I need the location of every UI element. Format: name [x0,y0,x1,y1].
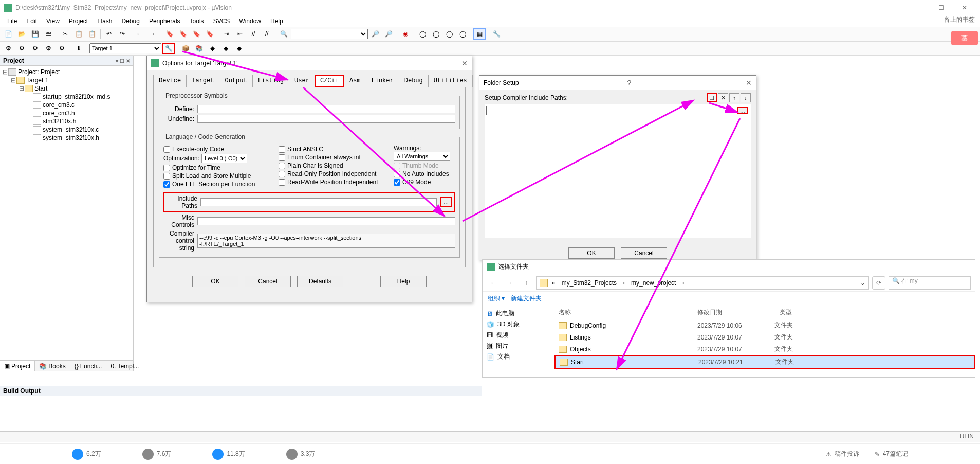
stop-build-icon[interactable]: ⚙ [56,43,68,54]
redo-icon[interactable]: ↷ [116,28,128,40]
breakpoint-insert-icon[interactable]: ◯ [416,28,429,40]
menu-file[interactable]: File [3,16,21,26]
indent-icon[interactable]: ⇥ [220,28,233,40]
warnings-select[interactable]: All Warnings [394,152,450,161]
like-button[interactable]: 6.2万 [72,449,101,460]
save-all-icon[interactable]: 🗃 [42,28,54,40]
nav-back-button[interactable]: ← [487,276,500,290]
download-icon[interactable]: ⬇ [72,43,85,54]
include-paths-input[interactable] [200,198,437,206]
menu-peripherals[interactable]: Peripherals [145,16,184,26]
bookmark-next-icon[interactable]: 🔖 [190,28,202,40]
define-input[interactable] [197,105,455,113]
configure-icon[interactable]: 🔧 [490,28,503,40]
move-up-icon[interactable]: ↑ [729,93,739,102]
comment-icon[interactable]: // [247,28,260,40]
ok-button[interactable]: OK [192,276,238,287]
tab-utilities[interactable]: Utilities [428,75,473,87]
tree-file[interactable]: system_stm32f10x.c [43,126,99,133]
crumb-seg[interactable]: my_Stm32_Projects [560,279,619,287]
organize-menu[interactable]: 组织 ▾ [488,294,505,303]
window-icon[interactable]: ▦ [473,28,486,40]
notes-link[interactable]: ✎47篇笔记 [875,450,908,458]
folder-row[interactable]: Objects2023/7/29 10:07文件夹 [554,343,975,355]
folder-setup-close-icon[interactable]: ✕ [746,79,752,87]
rebuild-icon[interactable]: ⚙ [29,43,41,54]
chk-one-elf[interactable] [163,181,170,188]
crumb-dropdown-icon[interactable]: ⌄ [860,279,865,287]
open-icon[interactable]: 📂 [15,28,28,40]
col-name[interactable]: 名称 [559,308,692,317]
menu-view[interactable]: View [42,16,64,26]
bookmark-clear-icon[interactable]: 🔖 [204,28,216,40]
cut-icon[interactable]: ✂ [59,28,71,40]
delete-path-icon[interactable]: ✕ [718,93,728,102]
project-tree[interactable]: ⊟Project: Project ⊟Target 1 ⊟Start start… [0,66,133,144]
chk-noauto[interactable] [394,171,400,177]
menu-window[interactable]: Window [235,16,265,26]
menu-project[interactable]: Project [65,16,92,26]
batch-build-icon[interactable]: ⚙ [42,43,54,54]
chk-exec-only[interactable] [163,146,170,153]
move-down-icon[interactable]: ↓ [741,93,751,102]
path-browse-button[interactable]: ... [737,107,748,114]
minimize-button[interactable]: — [907,1,930,15]
chk-rw-pi[interactable] [279,179,285,186]
tab-output[interactable]: Output [219,75,252,87]
menu-svcs[interactable]: SVCS [209,16,234,26]
refresh-button[interactable]: ⟳ [872,276,885,290]
bookmark-icon[interactable]: 🔖 [163,28,176,40]
tab-asm[interactable]: Asm [344,75,366,87]
build-icon[interactable]: ⚙ [15,43,28,54]
coin-button[interactable]: 7.6万 [142,449,172,460]
outdent-icon[interactable]: ⇤ [234,28,246,40]
chk-c99[interactable] [394,179,400,186]
uncomment-icon[interactable]: // [261,28,273,40]
undefine-input[interactable] [197,115,455,123]
breakpoint-kill-icon[interactable]: ◯ [456,28,469,40]
tab-functions[interactable]: {}Functi... [70,361,107,371]
new-icon[interactable]: 📄 [2,28,14,40]
copy-icon[interactable]: 📋 [72,28,85,40]
tree-file[interactable]: core_cm3.h [43,110,75,117]
paste-icon[interactable]: 📋 [86,28,98,40]
sidebar-3d[interactable]: 🧊3D 对象 [485,319,552,330]
panel-buttons[interactable]: ▾ ☐ ✕ [116,58,130,64]
chk-ro-pi[interactable] [279,171,285,177]
share-button[interactable]: 3.3万 [286,449,316,460]
crumb-seg[interactable]: my_new_project [629,279,678,287]
nav-up-button[interactable]: ↑ [520,276,533,290]
tree-group[interactable]: Start [34,85,47,92]
tree-root[interactable]: Project: Project [18,68,60,76]
tree-file[interactable]: startup_stm32f10x_md.s [43,93,110,100]
report-link[interactable]: ⚠稿件投诉 [826,450,859,458]
chk-split-load[interactable] [163,173,170,180]
tab-linker[interactable]: Linker [366,75,399,87]
folder-setup-help-icon[interactable]: ? [627,79,631,87]
target-selector[interactable]: Target 1 [89,43,161,53]
target-options-icon[interactable]: 🔧 [162,43,175,54]
search-input[interactable]: 🔍 在 my [889,276,971,290]
tab-debug[interactable]: Debug [399,75,429,87]
tree-file[interactable]: system_stm32f10x.h [43,134,99,141]
include-paths-browse-button[interactable]: ... [440,197,452,207]
breadcrumb[interactable]: « my_Stm32_Projects › my_new_project › ⌄ [536,276,869,290]
breakpoint-enable-icon[interactable]: ◯ [430,28,442,40]
manage-components-icon[interactable]: ◆ [206,43,218,54]
tree-file[interactable]: core_cm3.c [43,101,75,109]
menu-flash[interactable]: Flash [93,16,116,26]
help-button[interactable]: Help [380,276,427,287]
nav-forward-button[interactable]: → [503,276,516,290]
folder-ok-button[interactable]: OK [568,247,615,259]
menu-debug[interactable]: Debug [118,16,144,26]
pink-button[interactable]: 藁 [951,31,978,45]
bookmark-prev-icon[interactable]: 🔖 [177,28,189,40]
chk-opt-time[interactable] [163,165,170,171]
maximize-button[interactable]: ☐ [930,1,953,15]
pack-installer-icon[interactable]: ◆ [233,43,245,54]
tab-target[interactable]: Target [186,75,219,87]
find-in-files-icon[interactable]: 🔎 [369,28,381,40]
folder-row[interactable]: Listings2023/7/29 10:07文件夹 [554,331,975,343]
close-button[interactable]: ✕ [953,1,976,15]
manage-rte-icon[interactable]: ◆ [219,43,232,54]
